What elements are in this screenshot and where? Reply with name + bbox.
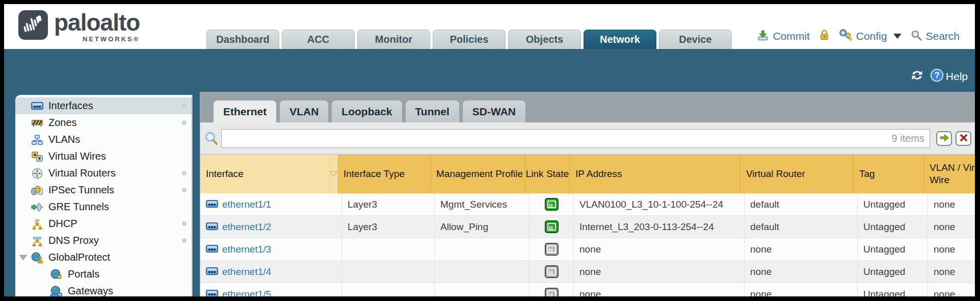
sidebar-item-vlans[interactable]: VLANs	[15, 131, 192, 148]
sidebar-item-dns-proxy[interactable]: DNSDNS Proxy	[15, 232, 192, 249]
sidebar-item-label: Gateways	[68, 285, 113, 296]
sidebar-item-dhcp[interactable]: IPDHCP	[15, 215, 192, 232]
sidebar-item-virtual-wires[interactable]: Virtual Wires	[15, 148, 192, 165]
interface-link[interactable]: ethernet1/2	[222, 221, 271, 233]
column-header-link-state[interactable]: Link State	[525, 155, 570, 193]
zones-icon	[31, 118, 44, 128]
sidebar-item-portals[interactable]: Portals	[15, 266, 192, 283]
tab-label: Loopback	[341, 106, 392, 118]
nav-tab-label: Monitor	[375, 34, 412, 45]
interface-cell: ethernet1/2	[200, 216, 342, 238]
nav-tab-objects[interactable]: Objects	[508, 30, 581, 49]
table-row: ethernet1/4nonenoneUntaggednone	[200, 261, 975, 283]
interface-cell: ethernet1/4	[200, 261, 342, 283]
sidebar-item-label: Virtual Routers	[48, 167, 116, 179]
help-button[interactable]: ? Help	[930, 68, 968, 85]
vlans-icon	[31, 135, 44, 145]
filter-input[interactable]	[221, 129, 930, 148]
nav-tab-monitor[interactable]: Monitor	[357, 30, 430, 49]
nav-tab-label: Policies	[450, 34, 489, 45]
refresh-icon	[910, 69, 924, 84]
table-row: ethernet1/3nonenoneUntaggednone	[200, 238, 975, 261]
nav-tab-acc[interactable]: ACC	[282, 30, 355, 49]
sidebar: InterfacesZonesVLANsVirtual WiresVirtual…	[15, 95, 193, 296]
sidebar-item-interfaces[interactable]: Interfaces	[15, 97, 192, 114]
tab-vlan[interactable]: VLAN	[279, 100, 329, 122]
table-cell: Untagged	[858, 193, 928, 215]
sidebar-item-partial-icon	[50, 293, 59, 296]
tab-loopback[interactable]: Loopback	[331, 100, 402, 122]
table-cell	[435, 238, 529, 260]
sidebar-item-label: Zones	[48, 117, 77, 129]
commit-button[interactable]: Commit	[757, 29, 809, 44]
interface-link[interactable]: ethernet1/4	[222, 266, 271, 278]
config-button[interactable]: Config	[839, 29, 902, 44]
interface-link[interactable]: ethernet1/1	[222, 199, 271, 210]
search-icon	[911, 30, 922, 43]
item-dot	[182, 238, 187, 243]
link-state-up-icon	[545, 220, 559, 233]
link-state-cell	[529, 216, 574, 238]
sidebar-item-zones[interactable]: Zones	[15, 114, 192, 131]
table-cell: default	[745, 216, 858, 238]
column-header-ip-address[interactable]: IP Address	[570, 155, 740, 193]
column-header-tag[interactable]: Tag	[854, 155, 924, 193]
sidebar-item-gateways[interactable]: Gateways	[15, 283, 192, 296]
link-state-cell	[529, 238, 574, 260]
nav-tab-policies[interactable]: Policies	[433, 30, 506, 49]
link-state-down-icon	[545, 288, 559, 296]
filter-magnifier-icon[interactable]	[204, 131, 218, 146]
column-header-management-profile[interactable]: Management Profile	[431, 155, 525, 193]
brand-name: paloalto	[54, 9, 140, 36]
sidebar-item-globalprotect[interactable]: GlobalProtect	[15, 249, 192, 266]
interface-link[interactable]: ethernet1/5	[222, 289, 271, 297]
table-row: ethernet1/2Layer3Allow_PingInternet_L3_2…	[200, 216, 975, 238]
table-row: ethernet1/5nonenoneUntaggednone	[200, 283, 975, 296]
sidebar-item-virtual-routers[interactable]: Virtual Routers	[15, 165, 192, 182]
column-header-interface[interactable]: Interface	[200, 155, 330, 193]
svg-text:IP: IP	[35, 218, 40, 223]
refresh-button[interactable]	[910, 69, 924, 84]
table-cell: none	[928, 238, 975, 260]
column-header-interface-type[interactable]: Interface Type	[338, 155, 431, 193]
column-label: Link State	[526, 168, 569, 180]
tab-sd-wan[interactable]: SD-WAN	[462, 100, 526, 122]
nav-tab-label: Objects	[526, 34, 563, 45]
sidebar-item-gre-tunnels[interactable]: GRE Tunnels	[15, 198, 192, 215]
sidebar-item-label: Interfaces	[48, 100, 93, 112]
table-cell: Layer3	[342, 193, 435, 215]
tab-tunnel[interactable]: Tunnel	[405, 100, 460, 122]
brand-logo: paloalto NETWORKS®	[18, 10, 140, 43]
column-label: VLAN / Virtual Wire	[930, 162, 975, 186]
nav-tab-device[interactable]: Device	[659, 30, 732, 49]
nav-tab-label: Dashboard	[216, 34, 269, 45]
commit-icon	[757, 29, 769, 44]
interface-icon	[206, 244, 218, 255]
red-x-icon	[959, 133, 968, 144]
interface-icon	[206, 221, 218, 233]
expander-triangle-icon[interactable]	[19, 254, 27, 261]
search-button[interactable]: Search	[911, 30, 960, 43]
lock-button[interactable]	[819, 29, 830, 43]
link-state-down-icon	[545, 243, 559, 256]
clear-filter-button[interactable]	[956, 131, 971, 146]
table-cell: VLAN0100_L3_10-1-100-254--24	[574, 193, 745, 215]
sort-dropdown-icon[interactable]	[330, 155, 338, 193]
link-state-down-icon	[545, 265, 559, 278]
chevron-down-icon	[893, 34, 902, 39]
sidebar-item-ipsec-tunnels[interactable]: IPSec Tunnels	[15, 182, 192, 198]
nav-tab-dashboard[interactable]: Dashboard	[206, 30, 279, 49]
tab-ethernet[interactable]: Ethernet	[213, 100, 277, 122]
band-tools: ? Help	[910, 68, 968, 85]
table-cell: Untagged	[858, 216, 928, 238]
column-header-virtual-router[interactable]: Virtual Router	[740, 155, 854, 193]
column-header-vlan-virtual-wire[interactable]: VLAN / Virtual Wire	[924, 155, 975, 193]
globalprotect-icon	[31, 252, 44, 263]
dhcp-icon: IP	[31, 218, 44, 230]
item-dot	[182, 221, 187, 226]
apply-filter-button[interactable]	[936, 131, 952, 146]
nav-tab-network[interactable]: Network	[584, 30, 656, 49]
table-cell: none	[745, 261, 858, 283]
interface-link[interactable]: ethernet1/3	[222, 244, 271, 255]
app-window: paloalto NETWORKS® DashboardACCMonitorPo…	[4, 4, 975, 296]
